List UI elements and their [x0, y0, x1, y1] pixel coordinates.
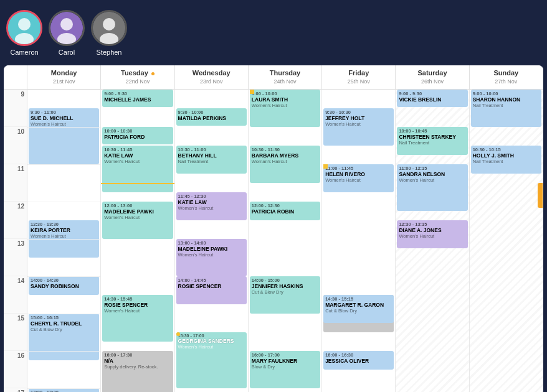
hour-17: 17 [4, 388, 27, 392]
appt-jennifer-haskins[interactable]: 14:00 - 15:00 JENNIFER HASKINS Cut & Blo… [250, 276, 320, 314]
calendar-body: 9 10 11 12 13 14 15 16 17 9:30 - 11:00 S… [4, 90, 543, 392]
scrollbar-thumb[interactable] [538, 183, 543, 208]
appt-helen-rivero[interactable]: 11:00 - 11:45 HELEN RIVERO Women's Hairc… [323, 164, 394, 192]
day-header-tuesday: Tuesday 22nd Nov [101, 65, 174, 89]
day-thursday: 9:00 - 10:00 LAURA SMITH Women's Haircut… [249, 90, 322, 392]
appt-jessica-oliver[interactable]: 16:00 - 16:30 JESSICA OLIVER [323, 351, 394, 370]
calendar: Monday 21st Nov Tuesday 22nd Nov Wednesd… [4, 65, 543, 392]
appt-sandy-robinson[interactable]: 14:00 - 14:30 SANDY ROBINSON [29, 276, 99, 295]
day-header-friday: Friday 25th Nov [322, 65, 396, 89]
hour-11: 11 [4, 164, 27, 202]
carol-label: Carol [59, 49, 75, 56]
appt-sue-michell[interactable]: 9:30 - 11:00 SUE D. MICHELL Women's Hair… [29, 108, 99, 164]
calendar-header: Monday 21st Nov Tuesday 22nd Nov Wednesd… [4, 65, 543, 90]
appt-holly-smith[interactable]: 10:30 - 10:15 HOLLY J. SMITH Nail Treatm… [471, 146, 541, 174]
appt-katie-law-wed[interactable]: 11:45 - 12:30 KATIE LAW Women's Haircut [176, 192, 247, 220]
svg-point-1 [18, 18, 31, 30]
hour-15: 15 [4, 314, 27, 351]
day-header-sunday: Sunday 27th Nov [470, 65, 543, 89]
appt-christeen-starkey[interactable]: 10:00 - 10:45 CHRISTEEN STARKEY Nail Tre… [397, 127, 467, 155]
appt-madeleine-pawki-wed[interactable]: 13:00 - 14:00 MADELEINE PAWKI Women's Ha… [176, 239, 247, 276]
appt-sandra-nelson[interactable]: 11:00 - 12:15 SANDRA NELSON Women's Hair… [397, 164, 467, 211]
current-time-line [101, 183, 174, 184]
cameron-label: Cameron [10, 49, 38, 56]
hour-16: 16 [4, 351, 27, 388]
appt-barbara-myers[interactable]: 10:30 - 11:30 BARBARA MYERS Woman's Hair… [250, 146, 320, 183]
day-wednesday: 9:30 - 10:00 MATILDA PERKINS 10:30 - 11:… [175, 90, 249, 392]
stephen-label: Stephen [97, 49, 122, 56]
appt-diane-jones[interactable]: 12:30 - 13:15 DIANE A. JONES Women's Hai… [397, 220, 467, 248]
thu-indicator [250, 90, 254, 94]
staff-cameron[interactable]: Cameron [6, 10, 42, 56]
appt-bethany-hill[interactable]: 10:30 - 11:00 BETHANY HILL Nail Treatmen… [176, 146, 247, 174]
fri-indicator [323, 164, 328, 169]
appt-rosie-spencer-wed[interactable]: 14:00 - 14:45 ROSIE SPENCER [176, 276, 247, 304]
svg-point-7 [103, 18, 115, 30]
appt-sharon-hannon[interactable]: 9:00 - 10:00 SHARON HANNON Nail Treatmen… [471, 90, 541, 127]
cameron-avatar [8, 12, 40, 44]
appt-laura-smith[interactable]: 9:00 - 10:00 LAURA SMITH Women's Haircut [250, 90, 320, 127]
day-saturday: 9:00 - 9:30 VICKIE BRESLIN 10:00 - 10:45… [396, 90, 469, 392]
staff-carol[interactable]: Carol [49, 10, 85, 56]
appt-vickie-breslin[interactable]: 9:00 - 9:30 VICKIE BRESLIN [397, 90, 467, 107]
svg-point-4 [60, 18, 73, 30]
time-gutter-header [4, 65, 27, 89]
appt-cheryl-trudel[interactable]: 15:00 - 16:15 CHERYL R. TRUDEL Cut & Blo… [29, 314, 99, 360]
wed-indicator [176, 332, 180, 336]
day-header-monday: Monday 21st Nov [27, 65, 101, 89]
day-monday: 9:30 - 11:00 SUE D. MICHELL Women's Hair… [27, 90, 101, 392]
hour-12: 12 [4, 202, 27, 239]
hour-9: 9 [4, 90, 27, 127]
days-grid: 9:30 - 11:00 SUE D. MICHELL Women's Hair… [27, 90, 543, 392]
time-gutter: 9 10 11 12 13 14 15 16 17 [4, 90, 27, 392]
hour-10: 10 [4, 127, 27, 164]
day-header-saturday: Saturday 26th Nov [396, 65, 469, 89]
appt-katie-law-tue[interactable]: 10:30 - 11:45 KATIE LAW Women's Haircut [102, 146, 173, 192]
day-tuesday: 9:00 - 9:30 MICHELLE JAMES 10:00 - 10:30… [101, 90, 174, 392]
stephen-avatar [93, 12, 125, 44]
appt-mary-faulkner[interactable]: 16:00 - 17:00 MARY FAULKNER Blow & Dry [250, 351, 320, 388]
appt-rosie-spencer-tue[interactable]: 14:30 - 15:45 ROSIE SPENCER Women's Hair… [102, 295, 173, 342]
day-sunday: 9:00 - 10:00 SHARON HANNON Nail Treatmen… [470, 90, 543, 392]
day-header-thursday: Thursday 24th Nov [249, 65, 322, 89]
appt-michelle-james[interactable]: 9:00 - 9:30 MICHELLE JAMES [102, 90, 173, 107]
appt-madeleine-pawki-tue[interactable]: 12:00 - 13:00 MADELEINE PAWKI Women's Ha… [102, 202, 173, 239]
appt-margaret-garon[interactable]: 14:30 - 15:15 MARGARET R. GARON Cut & Bl… [323, 295, 394, 323]
appt-na-tue[interactable]: 16:00 - 17:30 N/A Supply delivery. Re-st… [102, 351, 173, 392]
hour-13: 13 [4, 239, 27, 276]
appt-georgina-sanders[interactable]: 15:30 - 17:00 GEORGINA SANDERS Women's H… [176, 332, 247, 388]
hour-14: 14 [4, 276, 27, 314]
appt-patricia-ford[interactable]: 10:00 - 10:30 PATRICIA FORD [102, 127, 173, 144]
day-friday: 9:30 - 10:30 JEFFREY HOLT Women's Haircu… [322, 90, 396, 392]
day-header-wednesday: Wednesday 23rd Nov [175, 65, 249, 89]
appt-patricia-robin[interactable]: 12:00 - 12:30 PATRICIA ROBIN [250, 202, 320, 220]
carol-avatar [50, 12, 83, 44]
appt-matilda-perkins[interactable]: 9:30 - 10:00 MATILDA PERKINS [176, 108, 247, 126]
staff-bar: Cameron Carol Stephen [0, 0, 547, 65]
staff-stephen[interactable]: Stephen [91, 10, 127, 56]
appt-jeffrey-holt[interactable]: 9:30 - 10:30 JEFFREY HOLT Women's Haircu… [323, 108, 394, 146]
